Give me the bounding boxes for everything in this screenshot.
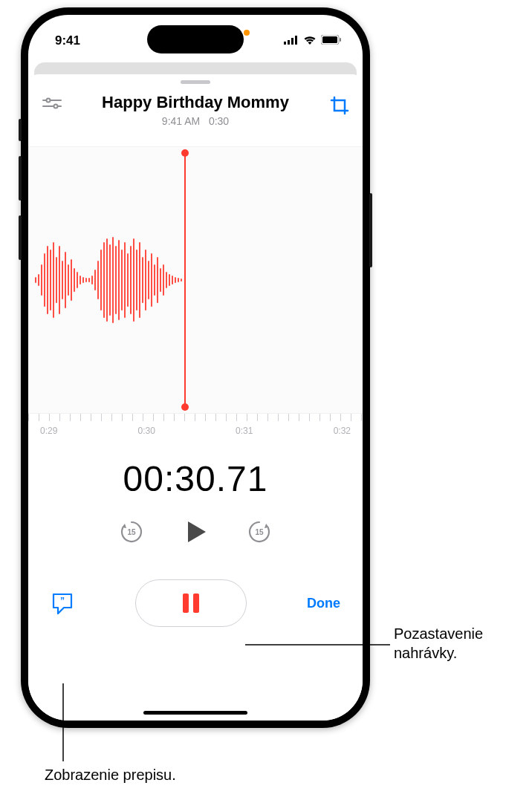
- home-indicator[interactable]: [143, 711, 247, 715]
- callout-pause: Pozastavenie nahrávky.: [394, 624, 528, 663]
- svg-text:”: ”: [60, 596, 65, 606]
- callout-line-pause: [245, 637, 394, 660]
- screen: 9:41: [28, 15, 363, 721]
- cellular-icon: [284, 33, 299, 48]
- waveform-icon: [28, 224, 207, 336]
- svg-rect-6: [340, 38, 341, 42]
- trim-button[interactable]: [330, 96, 349, 115]
- done-button[interactable]: Done: [307, 596, 340, 611]
- playback-settings-button[interactable]: [42, 97, 62, 112]
- tick-0: 0:29: [40, 426, 57, 436]
- recording-meta: 9:41 AM 0:30: [102, 115, 289, 127]
- callout-line-transcript: [59, 683, 82, 765]
- recording-indicator-icon: [244, 30, 250, 36]
- skip-back-15-button[interactable]: 15: [118, 518, 145, 548]
- pause-icon: [183, 594, 199, 613]
- recording-meta-duration: 0:30: [209, 115, 229, 127]
- play-button[interactable]: [181, 517, 210, 550]
- volume-up-button[interactable]: [19, 156, 22, 201]
- recording-title[interactable]: Happy Birthday Mommy: [102, 93, 289, 112]
- timeline-labels: 0:29 0:30 0:31 0:32: [28, 421, 363, 436]
- svg-text:15: 15: [255, 528, 264, 536]
- battery-icon: [321, 33, 342, 48]
- waveform-view[interactable]: [28, 146, 363, 414]
- sheet-grabber[interactable]: [181, 80, 210, 84]
- dynamic-island: [147, 25, 244, 53]
- current-time: 00:30.71: [28, 458, 363, 499]
- svg-rect-3: [295, 36, 297, 45]
- power-button[interactable]: [369, 193, 372, 267]
- pause-recording-button[interactable]: [135, 579, 247, 627]
- skip-forward-15-button[interactable]: 15: [246, 518, 273, 548]
- volume-down-button[interactable]: [19, 215, 22, 260]
- recording-sheet: Happy Birthday Mommy 9:41 AM 0:30: [28, 74, 363, 721]
- svg-rect-2: [291, 38, 293, 45]
- recording-meta-time: 9:41 AM: [162, 115, 200, 127]
- svg-text:15: 15: [127, 528, 136, 536]
- svg-point-8: [47, 99, 51, 103]
- svg-rect-1: [288, 40, 290, 45]
- playhead-icon[interactable]: [184, 153, 186, 407]
- transport-controls: 15 15: [28, 517, 363, 550]
- timeline-ticks: [28, 414, 363, 421]
- phone-frame: 9:41: [21, 7, 370, 728]
- status-time: 9:41: [55, 33, 80, 48]
- svg-rect-0: [284, 42, 286, 45]
- callout-transcript: Zobrazenie prepisu.: [45, 765, 176, 784]
- svg-point-10: [54, 105, 58, 108]
- wifi-icon: [303, 33, 317, 48]
- svg-rect-5: [322, 36, 337, 43]
- transcript-button[interactable]: ”: [51, 591, 74, 615]
- tick-1: 0:30: [138, 426, 155, 436]
- mute-switch[interactable]: [19, 119, 22, 141]
- tick-2: 0:31: [236, 426, 253, 436]
- tick-3: 0:32: [334, 426, 351, 436]
